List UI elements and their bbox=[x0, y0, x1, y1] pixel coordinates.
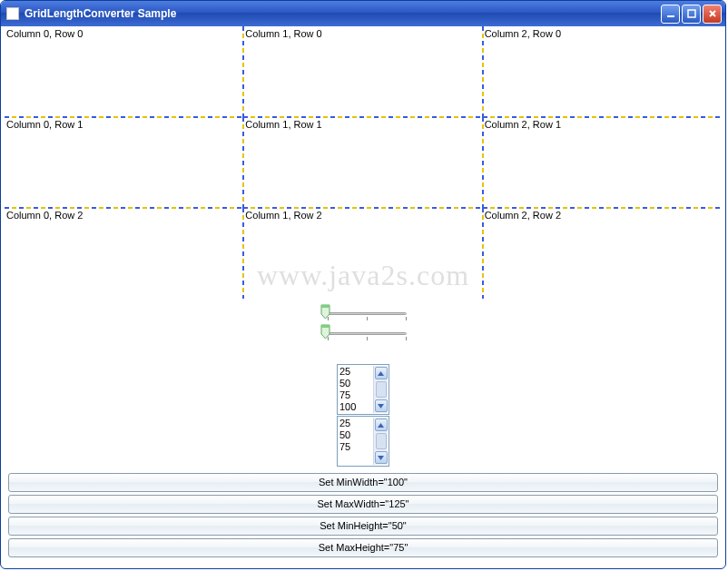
listbox-2[interactable]: 25 50 75 bbox=[337, 416, 389, 467]
svg-marker-8 bbox=[378, 423, 384, 428]
controls-panel: 25 50 75 100 25 50 bbox=[5, 299, 722, 557]
slider-ticks bbox=[328, 337, 407, 340]
set-maxheight-button[interactable]: Set MaxHeight="75" bbox=[8, 538, 718, 557]
scrollbar[interactable] bbox=[373, 418, 388, 465]
grid-cell: Column 1, Row 1 bbox=[243, 117, 482, 208]
sample-grid: Column 0, Row 0 Column 1, Row 0 Column 2… bbox=[5, 26, 722, 299]
svg-rect-0 bbox=[667, 15, 674, 17]
svg-rect-4 bbox=[321, 305, 330, 308]
grid-cell: Column 0, Row 2 bbox=[5, 208, 243, 299]
svg-rect-1 bbox=[688, 10, 695, 17]
grid-cell: Column 2, Row 1 bbox=[483, 117, 722, 208]
slider-track bbox=[328, 312, 407, 315]
set-maxwidth-button[interactable]: Set MaxWidth="125" bbox=[8, 495, 718, 514]
scrollbar[interactable] bbox=[373, 366, 388, 413]
maximize-button[interactable] bbox=[682, 5, 701, 24]
window-buttons bbox=[661, 5, 722, 24]
scroll-thumb[interactable] bbox=[376, 381, 387, 398]
svg-rect-5 bbox=[321, 325, 330, 328]
slider-2[interactable] bbox=[320, 324, 407, 342]
set-minheight-button[interactable]: Set MinHeight="50" bbox=[8, 517, 718, 536]
grid-cell: Column 0, Row 0 bbox=[5, 26, 243, 117]
scroll-down-icon[interactable] bbox=[375, 451, 388, 464]
grid-cell: Column 1, Row 0 bbox=[243, 26, 482, 117]
titlebar[interactable]: GridLengthConverter Sample bbox=[1, 1, 725, 26]
grid-cell: Column 1, Row 2 bbox=[243, 208, 482, 299]
listbox-1[interactable]: 25 50 75 100 bbox=[337, 364, 389, 415]
slider-1[interactable] bbox=[320, 304, 407, 322]
slider-thumb-icon[interactable] bbox=[320, 304, 330, 320]
client-area: Column 0, Row 0 Column 1, Row 0 Column 2… bbox=[5, 26, 722, 565]
scroll-up-icon[interactable] bbox=[375, 367, 388, 379]
slider-ticks bbox=[328, 317, 407, 320]
grid-cell: Column 0, Row 1 bbox=[5, 117, 243, 208]
scroll-up-icon[interactable] bbox=[375, 418, 388, 431]
app-window: GridLengthConverter Sample Column 0, Row… bbox=[0, 0, 726, 569]
grid-cell: Column 2, Row 0 bbox=[483, 26, 722, 117]
scroll-down-icon[interactable] bbox=[375, 399, 388, 412]
svg-marker-7 bbox=[378, 404, 384, 409]
grid-cell: Column 2, Row 2 bbox=[483, 208, 722, 299]
svg-marker-6 bbox=[378, 371, 384, 376]
slider-thumb-icon[interactable] bbox=[320, 324, 330, 340]
svg-marker-9 bbox=[378, 456, 384, 460]
window-title: GridLengthConverter Sample bbox=[25, 7, 661, 20]
minimize-button[interactable] bbox=[661, 5, 680, 24]
close-button[interactable] bbox=[703, 5, 722, 24]
app-icon bbox=[6, 7, 19, 20]
scroll-thumb[interactable] bbox=[376, 433, 387, 449]
slider-track bbox=[328, 332, 407, 335]
set-minwidth-button[interactable]: Set MinWidth="100" bbox=[8, 473, 718, 492]
